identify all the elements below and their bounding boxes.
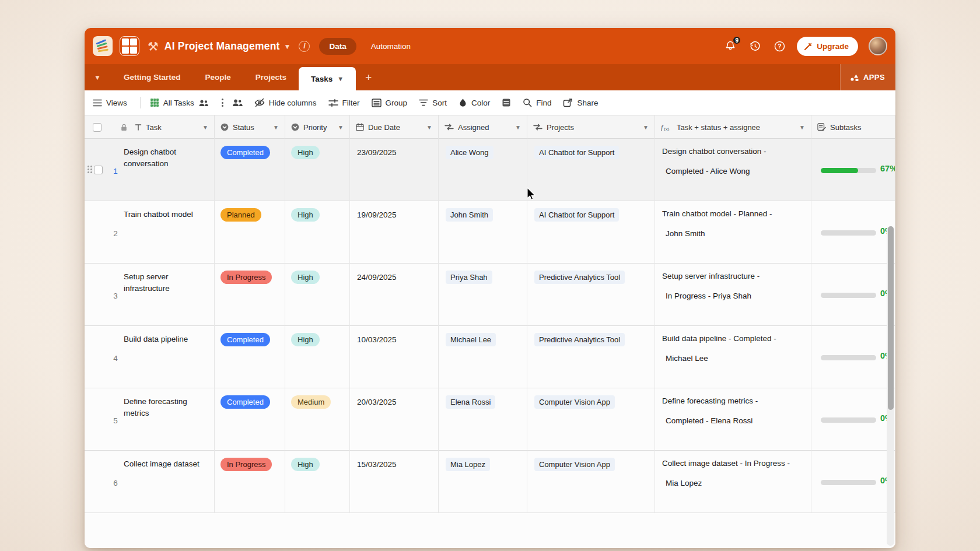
formula-cell[interactable]: Setup server infrastructure -In Progress…: [655, 264, 811, 326]
filter-button[interactable]: Filter: [328, 99, 360, 107]
formula-cell[interactable]: Build data pipeline - Completed -Michael…: [655, 326, 811, 388]
view-collaborators-button[interactable]: [232, 99, 243, 107]
status-badge[interactable]: Completed: [220, 395, 270, 409]
title-chevron-down-icon[interactable]: ▼: [284, 43, 291, 51]
project-chip[interactable]: Computer Vision App: [534, 395, 615, 409]
views-button[interactable]: Views: [93, 99, 127, 107]
column-header-rowhead[interactable]: Task▼: [85, 115, 215, 139]
table-row[interactable]: 1Design chatbot conversationCompletedHig…: [85, 139, 895, 201]
due-date-cell[interactable]: 15/03/2025: [350, 451, 439, 513]
apps-panel-button[interactable]: APPS: [840, 64, 895, 90]
assignee-chip[interactable]: Michael Lee: [446, 333, 496, 346]
projects-cell[interactable]: Predictive Analytics Tool: [527, 264, 655, 326]
priority-badge[interactable]: High: [291, 333, 320, 346]
formula-cell[interactable]: Define forecasting metrics -Completed - …: [655, 388, 811, 451]
app-grid-icon[interactable]: [120, 36, 139, 56]
vertical-scrollbar[interactable]: [887, 226, 894, 546]
formula-cell[interactable]: Design chatbot conversation -Completed -…: [655, 139, 811, 201]
status-badge[interactable]: Planned: [220, 208, 261, 222]
assigned-cell[interactable]: Priya Shah: [439, 264, 527, 326]
tab-tasks[interactable]: Tasks▼: [299, 67, 356, 90]
project-chip[interactable]: Predictive Analytics Tool: [534, 271, 625, 284]
priority-cell[interactable]: High: [285, 139, 350, 201]
column-header-formula[interactable]: f(x)Task + status + assignee▼: [655, 115, 811, 139]
column-chevron-down-icon[interactable]: ▼: [202, 124, 208, 131]
due-date-cell[interactable]: 24/09/2025: [350, 264, 439, 326]
priority-cell[interactable]: High: [285, 326, 350, 388]
status-badge[interactable]: In Progress: [220, 271, 272, 284]
tabs-chevron-down-icon[interactable]: ▼: [94, 73, 101, 82]
status-cell[interactable]: Planned: [215, 201, 285, 264]
assignee-chip[interactable]: Mia Lopez: [446, 458, 490, 471]
column-header-due-date[interactable]: Due Date▼: [350, 115, 439, 139]
table-row[interactable]: 6Collect image datasetIn ProgressHigh15/…: [85, 451, 895, 513]
status-badge[interactable]: In Progress: [220, 458, 272, 471]
priority-badge[interactable]: High: [291, 458, 320, 471]
status-cell[interactable]: Completed: [215, 139, 285, 201]
task-cell[interactable]: 6Collect image dataset: [85, 451, 215, 513]
table-row[interactable]: 5Define forecasting metricsCompletedMedi…: [85, 388, 895, 451]
column-header-assigned[interactable]: Assigned▼: [439, 115, 527, 139]
due-date-cell[interactable]: 23/09/2025: [350, 139, 439, 201]
column-header-projects[interactable]: Projects▼: [527, 115, 655, 139]
priority-cell[interactable]: Medium: [285, 388, 350, 451]
assignee-chip[interactable]: Priya Shah: [446, 271, 492, 284]
subtasks-cell[interactable]: 0%: [811, 201, 895, 264]
nav-tab-data[interactable]: Data: [319, 38, 356, 55]
view-options-kebab-icon[interactable]: [222, 99, 223, 107]
column-header-priority[interactable]: Priority▼: [285, 115, 350, 139]
projects-cell[interactable]: Predictive Analytics Tool: [527, 326, 655, 388]
color-button[interactable]: Color: [459, 98, 490, 107]
column-chevron-down-icon[interactable]: ▼: [273, 124, 279, 131]
project-chip[interactable]: Computer Vision App: [534, 458, 615, 471]
priority-badge[interactable]: Medium: [291, 395, 331, 409]
tab-chevron-down-icon[interactable]: ▼: [337, 75, 344, 82]
hide-columns-button[interactable]: Hide columns: [254, 98, 317, 107]
assignee-chip[interactable]: Elena Rossi: [446, 395, 495, 409]
nav-tab-automation[interactable]: Automation: [361, 38, 421, 55]
assigned-cell[interactable]: Michael Lee: [439, 326, 527, 388]
projects-cell[interactable]: Computer Vision App: [527, 388, 655, 451]
vertical-scrollbar-thumb[interactable]: [888, 226, 894, 410]
status-cell[interactable]: Completed: [215, 326, 285, 388]
project-chip[interactable]: AI Chatbot for Support: [534, 146, 619, 159]
table-row[interactable]: 4Build data pipelineCompletedHigh10/03/2…: [85, 326, 895, 388]
subtasks-cell[interactable]: 0%: [811, 388, 895, 451]
due-date-cell[interactable]: 20/03/2025: [350, 388, 439, 451]
task-cell[interactable]: 2Train chatbot model: [85, 201, 215, 264]
task-cell[interactable]: 3Setup server infrastructure: [85, 264, 215, 326]
status-badge[interactable]: Completed: [220, 146, 270, 159]
task-cell[interactable]: 5Define forecasting metrics: [85, 388, 215, 451]
assigned-cell[interactable]: Alice Wong: [439, 139, 527, 201]
column-chevron-down-icon[interactable]: ▼: [426, 124, 432, 131]
notifications-button[interactable]: 9: [723, 39, 737, 53]
status-cell[interactable]: In Progress: [215, 451, 285, 513]
avatar[interactable]: [869, 37, 887, 55]
priority-badge[interactable]: High: [291, 271, 320, 284]
due-date-cell[interactable]: 10/03/2025: [350, 326, 439, 388]
tab-getting-started[interactable]: Getting Started: [111, 64, 193, 90]
projects-cell[interactable]: Computer Vision App: [527, 451, 655, 513]
row-drag-handle[interactable]: [88, 166, 92, 173]
help-button[interactable]: ?: [772, 39, 786, 53]
row-height-button[interactable]: [502, 98, 511, 107]
project-chip[interactable]: Predictive Analytics Tool: [534, 333, 625, 346]
upgrade-button[interactable]: Upgrade: [797, 37, 858, 56]
formula-cell[interactable]: Collect image dataset - In Progress -Mia…: [655, 451, 811, 513]
column-chevron-down-icon[interactable]: ▼: [643, 124, 649, 131]
subtasks-cell[interactable]: 0%: [811, 326, 895, 388]
projects-cell[interactable]: AI Chatbot for Support: [527, 139, 655, 201]
assigned-cell[interactable]: Mia Lopez: [439, 451, 527, 513]
subtasks-cell[interactable]: 67%: [811, 139, 895, 201]
row-checkbox[interactable]: [94, 166, 103, 174]
add-table-button[interactable]: +: [356, 64, 381, 90]
sort-button[interactable]: Sort: [419, 99, 447, 107]
column-header-status[interactable]: Status▼: [215, 115, 285, 139]
status-badge[interactable]: Completed: [220, 333, 270, 346]
priority-badge[interactable]: High: [291, 146, 320, 159]
tab-people[interactable]: People: [192, 64, 243, 90]
workspace-logo[interactable]: [93, 36, 113, 56]
select-all-checkbox[interactable]: [93, 123, 102, 132]
priority-badge[interactable]: High: [291, 208, 320, 222]
formula-cell[interactable]: Train chatbot model - Planned -John Smit…: [655, 201, 811, 264]
